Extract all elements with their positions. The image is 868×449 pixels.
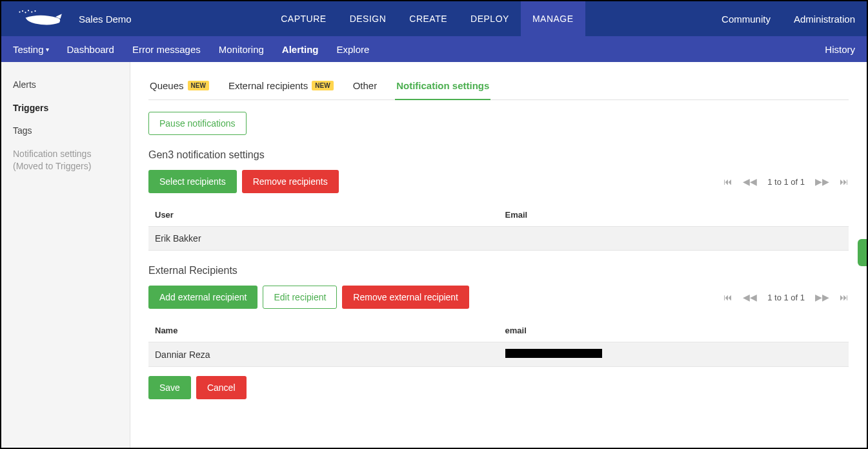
col-user: User xyxy=(148,204,499,227)
whale-logo-icon xyxy=(14,9,66,28)
pager-last-icon[interactable]: ⏭ xyxy=(840,292,849,302)
sidebar-item-tags[interactable]: Tags xyxy=(1,120,130,143)
secnav-error-messages[interactable]: Error messages xyxy=(123,36,210,62)
tab-external-recipients[interactable]: External recipients NEW xyxy=(227,76,335,100)
table-row[interactable]: Erik Bakker xyxy=(148,227,849,251)
pager-first-icon[interactable]: ⏮ xyxy=(723,176,732,187)
top-right-links: Community Administration xyxy=(710,14,867,25)
edit-recipient-button[interactable]: Edit recipient xyxy=(263,286,337,309)
cell-email2 xyxy=(499,342,849,367)
brand-name: Sales Demo xyxy=(79,14,132,25)
redacted-email xyxy=(505,349,602,358)
cell-name: Danniar Reza xyxy=(148,342,499,367)
top-tab-design[interactable]: DESIGN xyxy=(338,1,398,36)
svg-point-5 xyxy=(34,10,35,12)
top-tab-deploy[interactable]: DEPLOY xyxy=(459,1,521,36)
cancel-button[interactable]: Cancel xyxy=(196,376,247,399)
tab-notification-settings-label: Notification settings xyxy=(396,80,489,91)
content-area: Queues NEW External recipients NEW Other… xyxy=(130,62,867,449)
tab-external-recipients-label: External recipients xyxy=(228,80,308,91)
content-tabs: Queues NEW External recipients NEW Other… xyxy=(148,76,849,100)
svg-point-0 xyxy=(19,11,20,12)
col-name: Name xyxy=(148,319,499,342)
top-tab-create[interactable]: CREATE xyxy=(398,1,459,36)
section1-toolbar: Select recipients Remove recipients ⏮ ◀◀… xyxy=(148,170,849,193)
pager-text: 1 to 1 of 1 xyxy=(767,293,805,302)
svg-point-1 xyxy=(22,10,23,12)
svg-point-3 xyxy=(28,10,29,11)
pager-text: 1 to 1 of 1 xyxy=(767,177,805,187)
pager-last-icon[interactable]: ⏭ xyxy=(840,176,849,187)
secnav-monitoring[interactable]: Monitoring xyxy=(210,36,273,62)
secnav-alerting[interactable]: Alerting xyxy=(273,36,328,62)
tab-other[interactable]: Other xyxy=(352,76,379,100)
secnav-history[interactable]: History xyxy=(816,36,864,62)
sidebar-item-notification-settings-moved: Notification settings (Moved to Triggers… xyxy=(1,143,130,178)
top-nav: Sales Demo CAPTURE DESIGN CREATE DEPLOY … xyxy=(1,1,867,36)
section-title-external: External Recipients xyxy=(148,265,849,277)
cell-email xyxy=(499,227,849,251)
sidebar-item-triggers[interactable]: Triggers xyxy=(1,97,130,120)
pager-next-icon[interactable]: ▶▶ xyxy=(815,176,829,187)
secnav-dashboard[interactable]: Dashboard xyxy=(58,36,123,62)
secnav-explore[interactable]: Explore xyxy=(328,36,379,62)
help-side-tab[interactable] xyxy=(858,239,867,266)
top-link-administration[interactable]: Administration xyxy=(782,14,867,25)
top-tab-capture[interactable]: CAPTURE xyxy=(269,1,338,36)
recipients-table: User Email Erik Bakker xyxy=(148,204,849,251)
top-tabs: CAPTURE DESIGN CREATE DEPLOY MANAGE xyxy=(269,1,585,36)
pager-next-icon[interactable]: ▶▶ xyxy=(815,292,829,302)
pager-section2: ⏮ ◀◀ 1 to 1 of 1 ▶▶ ⏭ xyxy=(723,292,849,302)
pager-prev-icon[interactable]: ◀◀ xyxy=(743,176,757,187)
pager-first-icon[interactable]: ⏮ xyxy=(723,292,732,302)
section-title-gen3: Gen3 notification settings xyxy=(148,149,849,161)
remove-recipients-button[interactable]: Remove recipients xyxy=(242,170,339,193)
badge-new-icon: NEW xyxy=(188,81,209,90)
remove-external-recipient-button[interactable]: Remove external recipient xyxy=(342,286,469,309)
add-external-recipient-button[interactable]: Add external recipient xyxy=(148,286,257,309)
col-email2: email xyxy=(499,319,849,342)
sidebar: Alerts Triggers Tags Notification settin… xyxy=(1,62,130,449)
tab-queues[interactable]: Queues NEW xyxy=(148,76,210,100)
main-area: Alerts Triggers Tags Notification settin… xyxy=(1,62,867,449)
svg-point-4 xyxy=(31,11,32,12)
badge-new-icon: NEW xyxy=(312,81,333,90)
logo-area: Sales Demo xyxy=(1,9,145,28)
secnav-testing[interactable]: Testing xyxy=(4,36,58,62)
save-row: Save Cancel xyxy=(148,376,849,399)
top-link-community[interactable]: Community xyxy=(710,14,782,25)
tab-queues-label: Queues xyxy=(150,80,184,91)
pager-section1: ⏮ ◀◀ 1 to 1 of 1 ▶▶ ⏭ xyxy=(723,176,849,187)
external-recipients-table: Name email Danniar Reza xyxy=(148,319,849,367)
pause-notifications-button[interactable]: Pause notifications xyxy=(148,112,247,135)
cell-user: Erik Bakker xyxy=(148,227,499,251)
tab-other-label: Other xyxy=(353,80,378,91)
table-row[interactable]: Danniar Reza xyxy=(148,342,849,367)
select-recipients-button[interactable]: Select recipients xyxy=(148,170,237,193)
tab-notification-settings[interactable]: Notification settings xyxy=(395,76,490,100)
secondary-nav: Testing Dashboard Error messages Monitor… xyxy=(1,36,867,62)
svg-point-2 xyxy=(25,12,26,13)
col-email: Email xyxy=(499,204,849,227)
save-button[interactable]: Save xyxy=(148,376,191,399)
section2-toolbar: Add external recipient Edit recipient Re… xyxy=(148,286,849,309)
top-tab-manage[interactable]: MANAGE xyxy=(521,1,585,36)
pager-prev-icon[interactable]: ◀◀ xyxy=(743,292,757,302)
sidebar-item-alerts[interactable]: Alerts xyxy=(1,74,130,97)
